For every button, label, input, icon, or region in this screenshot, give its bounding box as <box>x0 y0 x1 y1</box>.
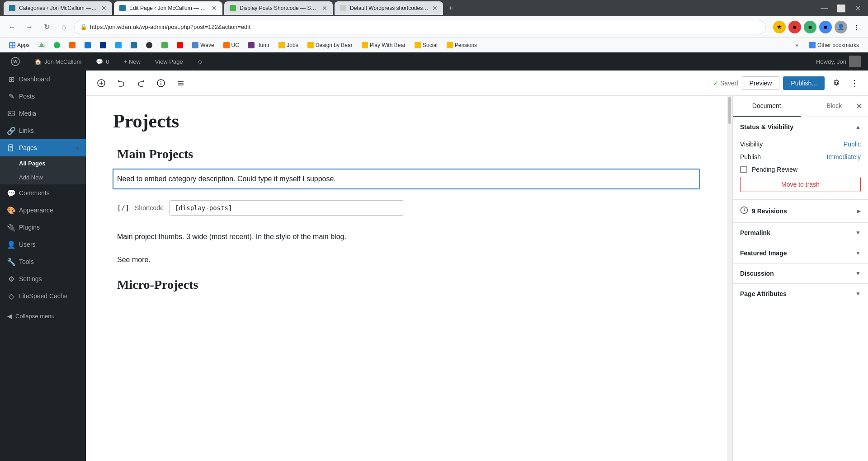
undo-button[interactable] <box>113 75 129 91</box>
tab-document[interactable]: Document <box>733 96 801 117</box>
browser-tab-3[interactable]: Display Posts Shortcode — Supp... ✕ <box>224 1 333 15</box>
visibility-value[interactable]: Public <box>844 141 861 148</box>
status-visibility-header[interactable]: Status & Visibility ▲ <box>733 117 868 137</box>
tab-close-4[interactable]: ✕ <box>432 5 438 12</box>
sidebar-item-dashboard[interactable]: ⊞ Dashboard <box>0 71 86 88</box>
bookmark-huntr[interactable]: Huntr <box>245 41 273 50</box>
pending-review-checkbox[interactable] <box>740 166 747 173</box>
wp-bar-view-page[interactable]: View Page <box>151 52 187 71</box>
wp-bar-comments[interactable]: 💬 0 <box>92 52 113 71</box>
address-bar[interactable]: 🔒 https://jon.wdan.uk/wp-admin/post.php?… <box>74 20 766 34</box>
bookmark-etsy[interactable] <box>66 41 79 50</box>
discussion-header[interactable]: Discussion ▼ <box>733 263 868 283</box>
maximize-button[interactable]: ⬜ <box>833 2 849 14</box>
block-embed-description[interactable]: Need to embed category description. Coul… <box>113 169 700 189</box>
browser-tab-1[interactable]: Categories ‹ Jon McCallum — W... ✕ <box>4 1 112 15</box>
block-main-projects-heading[interactable]: Main Projects <box>113 143 700 165</box>
sidebar-link-plugins[interactable]: 🔌 Plugins <box>0 219 86 236</box>
extension-icon-1[interactable]: ■ <box>788 21 801 33</box>
wp-bar-diamond[interactable]: ◇ <box>194 52 206 71</box>
more-bookmarks-button[interactable]: » <box>792 41 802 50</box>
wp-bar-new[interactable]: + New <box>120 52 144 71</box>
bookmark-tweetdeck[interactable] <box>112 41 125 50</box>
sidebar-link-litespeed[interactable]: ◇ LiteSpeed Cache <box>0 287 86 305</box>
bookmark-downloader[interactable] <box>81 41 94 50</box>
sidebar-item-plugins[interactable]: 🔌 Plugins <box>0 219 86 236</box>
sidebar-item-pages[interactable]: Pages ◀ All Pages Add New <box>0 139 86 184</box>
sidebar-item-posts[interactable]: ✎ Posts <box>0 88 86 105</box>
info-button[interactable] <box>153 75 169 91</box>
new-tab-button[interactable]: + <box>445 4 457 13</box>
wp-logo[interactable]: W <box>7 52 24 71</box>
bookmark-adobe[interactable] <box>173 41 187 50</box>
shortcode-input[interactable] <box>169 200 404 216</box>
sidebar-link-comments[interactable]: 💬 Comments <box>0 184 86 202</box>
sidebar-link-dashboard[interactable]: ⊞ Dashboard <box>0 71 86 88</box>
block-see-more[interactable]: See more. <box>113 250 700 270</box>
bookmark-social[interactable]: Social <box>411 41 441 50</box>
sidebar-link-settings[interactable]: ⚙ Settings <box>0 270 86 287</box>
revisions-row[interactable]: 9 Revisions ▶ <box>733 200 868 222</box>
profile-icon[interactable]: 👤 <box>835 21 847 33</box>
submenu-add-new[interactable]: Add New <box>0 170 86 184</box>
back-button[interactable]: ← <box>5 20 19 34</box>
tab-close-1[interactable]: ✕ <box>101 5 107 12</box>
sidebar-item-settings[interactable]: ⚙ Settings <box>0 270 86 287</box>
sidebar-item-comments[interactable]: 💬 Comments <box>0 184 86 202</box>
close-window-button[interactable]: ✕ <box>851 2 864 14</box>
redo-button[interactable] <box>133 75 149 91</box>
extension-icon-3[interactable]: ■ <box>819 21 832 33</box>
sidebar-item-links[interactable]: 🔗 Links <box>0 122 86 139</box>
bookmark-play-with-bear[interactable]: Play With Bear <box>358 41 409 50</box>
refresh-button[interactable]: ↻ <box>40 20 53 34</box>
sidebar-link-appearance[interactable]: 🎨 Appearance <box>0 202 86 219</box>
home-button[interactable]: ⌂ <box>57 20 71 34</box>
browser-tab-4[interactable]: Default Wordpress shortcodes n... ✕ <box>335 1 443 15</box>
sidebar-item-litespeed[interactable]: ◇ LiteSpeed Cache <box>0 287 86 305</box>
bookmark-spotify[interactable] <box>50 41 64 50</box>
sidebar-link-posts[interactable]: ✎ Posts <box>0 88 86 105</box>
bookmark-uc[interactable]: UC <box>220 41 243 50</box>
wp-bar-howdy[interactable]: Howdy, Jon <box>816 56 861 67</box>
collapse-menu[interactable]: ◀ Collapse menu <box>0 308 86 324</box>
bookmark-paypal[interactable] <box>96 41 110 50</box>
browser-tab-2[interactable]: Edit Page ‹ Jon McCallum — Wo... ✕ <box>114 1 222 15</box>
sidebar-link-media[interactable]: Media <box>0 105 86 122</box>
star-icon[interactable]: ★ <box>773 21 786 33</box>
add-block-button[interactable] <box>93 75 109 91</box>
sidebar-item-media[interactable]: Media <box>0 105 86 122</box>
block-thumbs-description[interactable]: Main project thumbs. 3 wide (most recent… <box>113 227 700 247</box>
bookmark-greengeeks[interactable] <box>158 41 171 50</box>
list-view-button[interactable] <box>173 75 189 91</box>
sidebar-link-links[interactable]: 🔗 Links <box>0 122 86 139</box>
preview-button[interactable]: Preview <box>742 76 780 90</box>
publish-button[interactable]: Publish... <box>783 76 825 90</box>
bookmark-design-by-bear[interactable]: Design by Bear <box>304 41 356 50</box>
bookmark-pensions[interactable]: Pensions <box>443 41 481 50</box>
extension-icon-2[interactable]: ■ <box>804 21 816 33</box>
tab-close-3[interactable]: ✕ <box>322 5 327 12</box>
sidebar-link-users[interactable]: 👤 Users <box>0 236 86 253</box>
bookmark-drive[interactable] <box>35 41 48 50</box>
forward-button[interactable]: → <box>23 20 36 34</box>
bookmark-github[interactable] <box>142 41 156 50</box>
sidebar-link-tools[interactable]: 🔧 Tools <box>0 253 86 270</box>
bookmark-apps[interactable]: Apps <box>5 41 33 50</box>
tab-close-2[interactable]: ✕ <box>212 5 217 12</box>
move-to-trash-button[interactable]: Move to trash <box>740 177 861 192</box>
wp-bar-site[interactable]: 🏠 Jon McCallum <box>31 52 85 71</box>
bookmark-jobs[interactable]: Jobs <box>275 41 302 50</box>
sidebar-link-pages[interactable]: Pages ◀ <box>0 139 86 156</box>
page-title[interactable]: Projects <box>113 110 700 132</box>
settings-button[interactable] <box>828 75 844 91</box>
sidebar-item-appearance[interactable]: 🎨 Appearance <box>0 202 86 219</box>
featured-image-header[interactable]: Featured Image ▼ <box>733 243 868 263</box>
publish-value[interactable]: Immediately <box>827 153 861 160</box>
minimize-button[interactable]: — <box>817 2 831 14</box>
block-micro-projects-heading[interactable]: Micro-Projects <box>113 273 700 296</box>
submenu-all-pages[interactable]: All Pages <box>0 156 86 170</box>
other-bookmarks[interactable]: Other bookmarks <box>806 41 863 50</box>
permalink-header[interactable]: Permalink ▼ <box>733 223 868 243</box>
menu-icon[interactable]: ⋮ <box>850 21 863 33</box>
editor-scrollbar[interactable] <box>727 96 732 461</box>
